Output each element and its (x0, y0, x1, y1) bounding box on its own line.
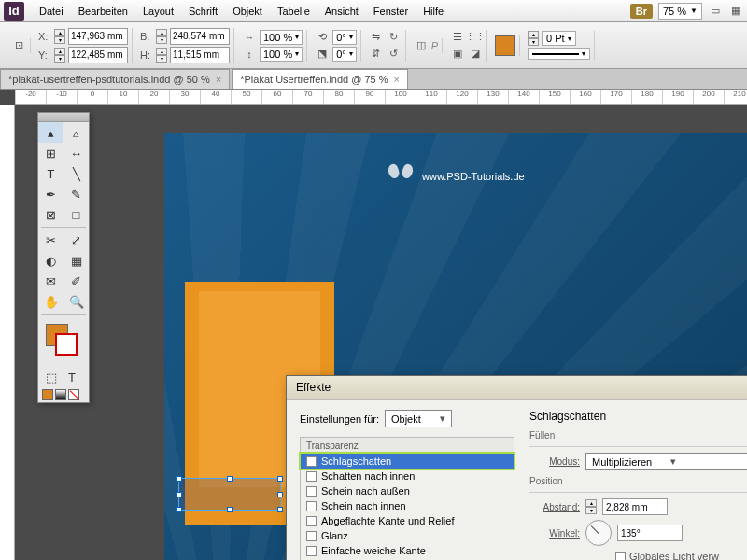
selection-handle[interactable] (277, 492, 283, 497)
effect-checkbox[interactable] (306, 486, 317, 497)
menu-layout[interactable]: Layout (135, 2, 181, 21)
distance-input[interactable] (602, 498, 668, 515)
effect-item[interactable]: Schein nach außen (301, 483, 514, 498)
align-icon[interactable]: ☰ (450, 30, 465, 45)
menu-datei[interactable]: Datei (32, 2, 71, 21)
effect-item[interactable]: Einfache weiche Kante (301, 543, 514, 558)
w-spinner[interactable]: ▴▾ (156, 29, 167, 44)
angle-input[interactable] (617, 525, 683, 541)
selection-handle[interactable] (176, 507, 182, 512)
menu-schrift[interactable]: Schrift (181, 2, 225, 21)
distance-spinner[interactable]: ▴▾ (585, 499, 597, 514)
menu-objekt[interactable]: Objekt (225, 2, 270, 21)
scissors-tool[interactable]: ✂ (38, 230, 63, 250)
arrange-icon[interactable]: ▦ (728, 4, 743, 19)
view-mode-icon[interactable]: ▭ (708, 4, 723, 19)
selection-handle[interactable] (277, 476, 283, 482)
effect-item[interactable]: Abgeflachte Kante und Relief (301, 513, 514, 528)
page-tool[interactable]: ⊞ (38, 143, 63, 163)
tab-1[interactable]: *plakat-usertreffen-psdtutorials.indd @ … (0, 69, 230, 89)
transparency-header[interactable]: Transparenz (301, 438, 514, 454)
y-input[interactable] (68, 47, 128, 63)
stroke-style[interactable]: ▾ (528, 48, 590, 60)
zoom-select[interactable]: 75 %▼ (658, 3, 702, 20)
rotate-ccw-icon[interactable]: ↺ (387, 47, 402, 62)
effect-checkbox[interactable] (306, 546, 317, 556)
canvas[interactable]: www.PSD-Tutorials.de ▴ ▵ ⊞ ↔ T ╲ (15, 105, 747, 560)
apply-gradient-icon[interactable] (55, 389, 66, 400)
effect-checkbox[interactable] (306, 516, 317, 526)
pencil-tool[interactable]: ✎ (63, 184, 89, 204)
formatting-text-icon[interactable]: T (63, 369, 81, 385)
zoom-tool[interactable]: 🔍 (63, 291, 89, 312)
mode-dropdown[interactable]: Multiplizieren (585, 453, 747, 470)
selection-handle[interactable] (227, 476, 233, 482)
tab-2[interactable]: *Plakat Usertreffen.indd @ 75 %× (232, 69, 408, 89)
rotate-cw-icon[interactable]: ↻ (387, 30, 402, 45)
distribute-icon[interactable]: ⋮⋮ (468, 30, 483, 45)
selection-tool[interactable]: ▴ (38, 122, 63, 143)
gap-tool[interactable]: ↔ (63, 143, 89, 163)
global-light-checkbox[interactable] (615, 552, 626, 561)
hand-tool[interactable]: ✋ (38, 291, 63, 312)
apply-color-icon[interactable] (42, 389, 53, 400)
effects-icon[interactable]: ◪ (468, 47, 483, 62)
selection-handle[interactable] (277, 507, 283, 512)
line-tool[interactable]: ╲ (63, 163, 89, 184)
menu-bearbeiten[interactable]: Bearbeiten (71, 2, 135, 21)
effect-item[interactable]: Glanz (301, 528, 514, 543)
effect-checkbox[interactable] (306, 471, 317, 482)
effect-item[interactable]: Schatten nach innen (301, 469, 514, 483)
x-input[interactable] (68, 28, 128, 45)
apply-none-icon[interactable] (68, 389, 79, 400)
selection-rectangle[interactable] (178, 478, 281, 511)
gradient-feather-tool[interactable]: ▦ (63, 250, 89, 271)
x-spinner[interactable]: ▴▾ (54, 29, 65, 44)
fill-swatch[interactable] (495, 35, 515, 56)
shear-input[interactable]: 0°▾ (332, 47, 357, 62)
scale-x-input[interactable]: 100 %▾ (260, 30, 303, 45)
stroke-spinner[interactable]: ▴▾ (528, 31, 539, 46)
flip-h-icon[interactable]: ⇋ (369, 30, 384, 45)
note-tool[interactable]: ✉ (38, 271, 63, 291)
w-input[interactable] (170, 28, 230, 45)
rectangle-tool[interactable]: □ (63, 204, 89, 225)
selection-handle[interactable] (227, 507, 233, 512)
h-input[interactable] (170, 47, 230, 63)
selection-handle[interactable] (176, 492, 182, 497)
free-transform-tool[interactable]: ⤢ (63, 230, 89, 250)
paragraph-style-icon[interactable]: P (431, 40, 438, 51)
default-colors-icon[interactable]: ⬚ (42, 369, 61, 385)
h-spinner[interactable]: ▴▾ (156, 48, 167, 63)
effect-checkbox[interactable] (306, 531, 317, 541)
stroke-weight[interactable]: 0 Pt▾ (542, 31, 576, 46)
pen-tool[interactable]: ✒ (38, 184, 63, 204)
close-icon[interactable]: × (216, 74, 221, 85)
bridge-button[interactable]: Br (630, 4, 653, 19)
type-tool[interactable]: T (38, 163, 63, 184)
stroke-color-swatch[interactable] (55, 333, 78, 356)
rectangle-frame-tool[interactable]: ⊠ (38, 204, 63, 225)
angle-dial[interactable] (585, 520, 612, 546)
rotate-input[interactable]: 0°▾ (332, 30, 357, 45)
effect-checkbox[interactable] (306, 501, 317, 511)
direct-selection-tool[interactable]: ▵ (63, 122, 89, 143)
tools-titlebar[interactable] (38, 113, 89, 122)
ref-point-icon[interactable]: ⊡ (11, 38, 26, 53)
effect-item[interactable]: Schein nach innen (301, 498, 514, 513)
menu-hilfe[interactable]: Hilfe (416, 2, 451, 21)
wrap-icon[interactable]: ▣ (450, 47, 465, 62)
y-spinner[interactable]: ▴▾ (54, 48, 65, 63)
flip-v-icon[interactable]: ⇵ (369, 47, 384, 62)
select-container-icon[interactable]: ◫ (414, 38, 429, 53)
gradient-swatch-tool[interactable]: ◐ (38, 250, 63, 271)
settings-for-dropdown[interactable]: Objekt (385, 410, 452, 427)
effect-checkbox[interactable] (306, 456, 317, 467)
eyedropper-tool[interactable]: ✐ (63, 271, 89, 291)
selection-handle[interactable] (176, 476, 182, 482)
effect-item[interactable]: Schlagschatten (301, 454, 514, 469)
scale-y-input[interactable]: 100 %▾ (260, 47, 303, 62)
close-icon[interactable]: × (394, 74, 400, 85)
menu-ansicht[interactable]: Ansicht (317, 2, 366, 21)
menu-tabelle[interactable]: Tabelle (270, 2, 317, 21)
